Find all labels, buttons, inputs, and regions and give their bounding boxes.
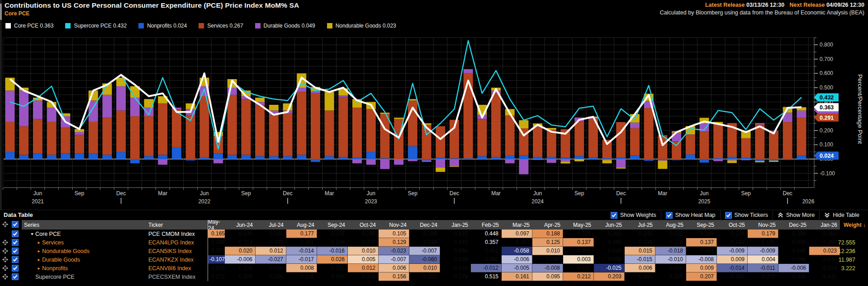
column-header-weight[interactable]: Weight ↓ [840, 220, 868, 230]
bar-services [5, 122, 15, 152]
legend-item-supercore-pce[interactable]: Supercore PCE 0.432 [65, 23, 127, 29]
row-checkbox-services[interactable] [12, 239, 19, 246]
bar-nondurable-goods [436, 168, 445, 172]
series-name-cell[interactable]: ▸Nondurable Goods [22, 247, 147, 255]
show-tickers-control[interactable]: Show Tickers [720, 211, 773, 220]
value-cell-sep-24: 0.356 [317, 272, 348, 281]
bar-nondurable-goods [658, 160, 667, 169]
show-more-control[interactable]: Show More [773, 211, 819, 220]
show-weights-control[interactable]: Show Weights [606, 211, 661, 220]
value-cell-feb-25: 0.357 [471, 238, 502, 247]
legend-item-durable-goods[interactable]: Durable Goods 0.049 [255, 23, 315, 29]
bar-nonprofits [255, 156, 265, 159]
bar-nonprofits [325, 156, 334, 159]
legend-label: Services 0.267 [207, 23, 243, 29]
bar-durable-goods [533, 159, 542, 160]
show-heat-map-control[interactable]: Show Heat Map [661, 211, 720, 220]
column-header-partial-month: May-24 [208, 220, 225, 230]
value-cell-dec-24: 0.010 [409, 264, 440, 272]
bar-services [769, 131, 778, 159]
legend-item-services[interactable]: Services 0.267 [199, 23, 243, 29]
series-name-cell[interactable]: ▸Services [22, 238, 147, 247]
bar-nonprofits [130, 159, 140, 163]
control-label: Show More [786, 212, 815, 218]
row-checkbox-supercore-pce[interactable] [12, 273, 19, 280]
scrollbar-thumb[interactable] [0, 4, 2, 20]
weight-cell: 3.222 [840, 264, 868, 272]
row-checkbox-core-pce[interactable] [12, 230, 19, 237]
value-cell-dec-25: 0.066 [778, 255, 809, 264]
weight-cell [840, 230, 868, 238]
legend-item-nonprofits[interactable]: Nonprofits 0.024 [138, 23, 187, 29]
show-tickers-checkbox[interactable] [725, 212, 732, 219]
move-handle-icon[interactable] [2, 265, 8, 271]
row-checkbox-nondurable-goods[interactable] [12, 248, 19, 254]
value-cell-jun-25: 0.058 [594, 255, 625, 264]
bar-services [380, 114, 389, 158]
series-name-cell[interactable]: Supercore PCE [22, 272, 147, 281]
bar-durable-goods [422, 160, 432, 162]
series-name-cell[interactable]: ▸Durable Goods [22, 255, 147, 264]
row-checkbox-cell [10, 264, 22, 272]
bar-services [19, 126, 28, 155]
select-all-checkbox[interactable] [12, 221, 19, 228]
bar-nonprofits [783, 159, 792, 160]
bar-nonprofits [102, 155, 112, 159]
expand-arrow-icon[interactable]: ▸ [36, 266, 42, 271]
bar-services [144, 116, 154, 156]
column-header-jul-25: Jul-25 [625, 220, 655, 230]
bar-nonprofits [574, 156, 584, 159]
bar-services [283, 113, 293, 156]
legend-label: Durable Goods 0.049 [264, 23, 315, 29]
value-cell-jan-26: 0.432 [809, 272, 840, 281]
x-tick-label: Jun [700, 190, 708, 197]
move-handle-icon[interactable] [2, 274, 8, 280]
row-move-handle-cell [0, 255, 10, 264]
series-label: Nondurable Goods [42, 248, 90, 254]
legend-swatch [138, 23, 144, 28]
legend-item-nondurable-goods[interactable]: Nondurable Goods 0.023 [327, 23, 396, 29]
row-checkbox-durable-goods[interactable] [12, 256, 19, 263]
bar-services [89, 122, 98, 154]
series-name-cell[interactable]: ▸Nonprofits [22, 264, 147, 272]
source-note: Calculated by Bloomberg using data from … [660, 9, 864, 16]
show-weights-checkbox[interactable] [611, 212, 617, 219]
move-handle-icon[interactable] [2, 239, 8, 245]
value-cell-nov-25: 0.195 [748, 238, 778, 247]
bar-durable-goods [89, 100, 98, 122]
move-handle-icon[interactable] [2, 257, 8, 263]
series-label: Nonprofits [42, 265, 68, 272]
bar-nonprofits [547, 157, 556, 159]
series-name-cell[interactable]: ▾Core PCE [22, 230, 147, 238]
bar-durable-goods [158, 159, 167, 165]
ticker-cell: PCECSXEM Index [147, 272, 208, 281]
row-checkbox-nonprofits[interactable] [12, 265, 19, 272]
expand-arrow-icon[interactable]: ▸ [36, 248, 42, 253]
header-move-handle[interactable] [0, 220, 10, 229]
column-header-jun-24: Jun-24 [225, 220, 256, 230]
value-cell-jun-25: 0.192 [594, 238, 625, 247]
legend-item-core-pce[interactable]: Core PCE 0.363 [5, 23, 53, 29]
show-heat-map-checkbox[interactable] [666, 212, 673, 219]
value-cell-partial: 0.026 [208, 264, 225, 272]
expand-arrow-icon[interactable]: ▸ [36, 257, 42, 262]
value-cell-oct-25: 0.352 [717, 272, 748, 281]
move-handle-icon[interactable] [2, 248, 8, 254]
bar-durable-goods [102, 95, 112, 118]
move-handle-icon[interactable] [2, 221, 8, 227]
row-checkbox-cell [10, 255, 22, 264]
value-cell-jun-25: 0.039 [594, 247, 625, 255]
bar-services [505, 116, 515, 155]
column-header-sep-25: Sep-25 [686, 220, 717, 230]
bar-durable-goods [727, 159, 737, 160]
bar-nonprofits [283, 156, 293, 159]
value-cell-jun-24: 0.240 [225, 230, 256, 238]
bar-nondurable-goods [325, 92, 334, 110]
bar-services [47, 122, 57, 155]
bar-services [755, 124, 764, 159]
expand-arrow-icon[interactable]: ▾ [29, 231, 35, 236]
value-cell-dec-25: 0.040 [778, 247, 809, 255]
bar-nonprofits [450, 158, 459, 159]
hide-table-control[interactable]: Hide Table [819, 211, 864, 220]
expand-arrow-icon[interactable]: ▸ [36, 240, 42, 245]
